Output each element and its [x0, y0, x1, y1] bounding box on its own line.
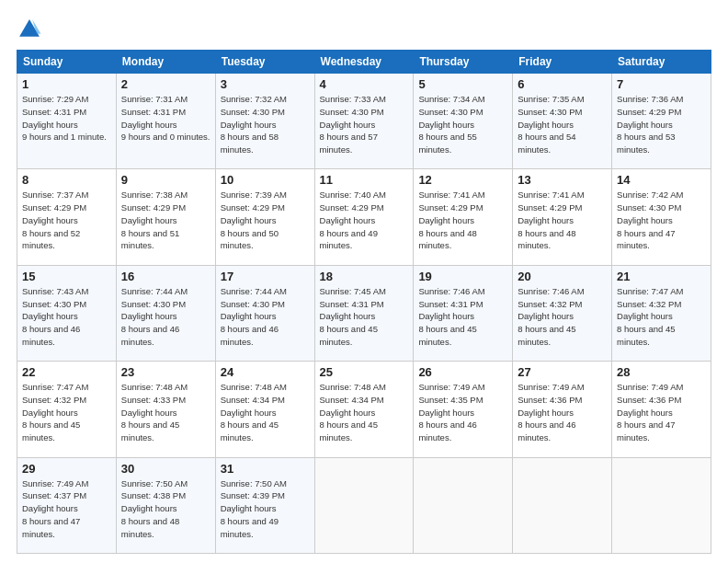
- day-cell-5: 5 Sunrise: 7:34 AM Sunset: 4:30 PM Dayli…: [414, 74, 513, 169]
- day-info: Sunrise: 7:45 AM Sunset: 4:31 PM Dayligh…: [320, 285, 409, 349]
- day-number: 20: [518, 270, 607, 283]
- day-info: Sunrise: 7:38 AM Sunset: 4:29 PM Dayligh…: [121, 189, 210, 252]
- day-info: Sunrise: 7:49 AM Sunset: 4:37 PM Dayligh…: [22, 477, 111, 541]
- week-row-4: 22 Sunrise: 7:47 AM Sunset: 4:32 PM Dayl…: [17, 362, 711, 457]
- day-info: Sunrise: 7:46 AM Sunset: 4:32 PM Dayligh…: [518, 285, 607, 349]
- day-cell-4: 4 Sunrise: 7:33 AM Sunset: 4:30 PM Dayli…: [314, 74, 414, 169]
- day-cell-22: 22 Sunrise: 7:47 AM Sunset: 4:32 PM Dayl…: [17, 362, 117, 457]
- empty-cell: [513, 457, 612, 553]
- day-number: 4: [320, 77, 409, 91]
- page: Sunday Monday Tuesday Wednesday Thursday…: [0, 0, 728, 563]
- day-cell-19: 19 Sunrise: 7:46 AM Sunset: 4:31 PM Dayl…: [414, 265, 513, 361]
- week-row-2: 8 Sunrise: 7:37 AM Sunset: 4:29 PM Dayli…: [17, 169, 711, 265]
- day-info: Sunrise: 7:32 AM Sunset: 4:30 PM Dayligh…: [221, 93, 310, 156]
- day-info: Sunrise: 7:48 AM Sunset: 4:34 PM Dayligh…: [320, 381, 409, 444]
- day-number: 16: [121, 270, 210, 283]
- day-cell-8: 8 Sunrise: 7:37 AM Sunset: 4:29 PM Dayli…: [17, 169, 117, 265]
- day-info: Sunrise: 7:48 AM Sunset: 4:33 PM Dayligh…: [121, 381, 210, 444]
- empty-cell: [314, 457, 414, 553]
- day-number: 14: [617, 173, 706, 187]
- day-cell-23: 23 Sunrise: 7:48 AM Sunset: 4:33 PM Dayl…: [116, 362, 215, 457]
- day-cell-13: 13 Sunrise: 7:41 AM Sunset: 4:29 PM Dayl…: [513, 169, 612, 265]
- day-number: 25: [320, 365, 409, 379]
- th-thursday: Thursday: [414, 51, 513, 74]
- day-cell-25: 25 Sunrise: 7:48 AM Sunset: 4:34 PM Dayl…: [314, 362, 414, 457]
- day-info: Sunrise: 7:34 AM Sunset: 4:30 PM Dayligh…: [418, 93, 507, 156]
- day-number: 26: [418, 365, 507, 379]
- day-info: Sunrise: 7:49 AM Sunset: 4:36 PM Dayligh…: [617, 381, 706, 444]
- empty-cell: [612, 457, 711, 553]
- day-cell-27: 27 Sunrise: 7:49 AM Sunset: 4:36 PM Dayl…: [513, 362, 612, 457]
- th-saturday: Saturday: [612, 51, 711, 74]
- day-number: 27: [518, 365, 607, 379]
- th-tuesday: Tuesday: [215, 51, 314, 74]
- day-info: Sunrise: 7:31 AM Sunset: 4:31 PM Dayligh…: [121, 93, 210, 144]
- day-number: 8: [22, 173, 111, 187]
- day-number: 28: [617, 365, 706, 379]
- day-info: Sunrise: 7:40 AM Sunset: 4:29 PM Dayligh…: [320, 189, 409, 252]
- week-row-3: 15 Sunrise: 7:43 AM Sunset: 4:30 PM Dayl…: [17, 265, 711, 361]
- day-info: Sunrise: 7:42 AM Sunset: 4:30 PM Dayligh…: [617, 189, 706, 252]
- day-cell-1: 1 Sunrise: 7:29 AM Sunset: 4:31 PM Dayli…: [17, 74, 117, 169]
- day-info: Sunrise: 7:47 AM Sunset: 4:32 PM Dayligh…: [22, 381, 111, 444]
- day-number: 12: [418, 173, 507, 187]
- day-cell-18: 18 Sunrise: 7:45 AM Sunset: 4:31 PM Dayl…: [314, 265, 414, 361]
- day-number: 13: [518, 173, 607, 187]
- day-cell-21: 21 Sunrise: 7:47 AM Sunset: 4:32 PM Dayl…: [612, 265, 711, 361]
- week-row-5: 29 Sunrise: 7:49 AM Sunset: 4:37 PM Dayl…: [17, 457, 711, 553]
- day-cell-29: 29 Sunrise: 7:49 AM Sunset: 4:37 PM Dayl…: [17, 457, 117, 553]
- day-cell-7: 7 Sunrise: 7:36 AM Sunset: 4:29 PM Dayli…: [612, 74, 711, 169]
- day-number: 10: [221, 173, 310, 187]
- day-info: Sunrise: 7:49 AM Sunset: 4:35 PM Dayligh…: [418, 381, 507, 444]
- day-info: Sunrise: 7:41 AM Sunset: 4:29 PM Dayligh…: [418, 189, 507, 252]
- day-info: Sunrise: 7:35 AM Sunset: 4:30 PM Dayligh…: [518, 93, 607, 156]
- day-number: 17: [221, 270, 310, 283]
- th-monday: Monday: [116, 51, 215, 74]
- day-number: 30: [121, 462, 210, 476]
- day-info: Sunrise: 7:33 AM Sunset: 4:30 PM Dayligh…: [320, 93, 409, 156]
- day-info: Sunrise: 7:43 AM Sunset: 4:30 PM Dayligh…: [22, 285, 111, 349]
- day-number: 23: [121, 365, 210, 379]
- day-cell-26: 26 Sunrise: 7:49 AM Sunset: 4:35 PM Dayl…: [414, 362, 513, 457]
- day-info: Sunrise: 7:29 AM Sunset: 4:31 PM Dayligh…: [22, 93, 111, 144]
- day-number: 15: [22, 270, 111, 283]
- day-number: 24: [221, 365, 310, 379]
- day-number: 11: [320, 173, 409, 187]
- header-row: Sunday Monday Tuesday Wednesday Thursday…: [17, 51, 711, 74]
- day-number: 22: [22, 365, 111, 379]
- day-info: Sunrise: 7:44 AM Sunset: 4:30 PM Dayligh…: [121, 285, 210, 349]
- th-sunday: Sunday: [17, 51, 117, 74]
- day-number: 29: [22, 462, 111, 476]
- day-cell-17: 17 Sunrise: 7:44 AM Sunset: 4:30 PM Dayl…: [215, 265, 314, 361]
- th-wednesday: Wednesday: [314, 51, 414, 74]
- day-cell-6: 6 Sunrise: 7:35 AM Sunset: 4:30 PM Dayli…: [513, 74, 612, 169]
- day-number: 7: [617, 77, 706, 91]
- logo: [17, 17, 46, 42]
- day-number: 6: [518, 77, 607, 91]
- day-number: 3: [221, 77, 310, 91]
- day-info: Sunrise: 7:37 AM Sunset: 4:29 PM Dayligh…: [22, 189, 111, 252]
- day-number: 18: [320, 270, 409, 283]
- day-info: Sunrise: 7:41 AM Sunset: 4:29 PM Dayligh…: [518, 189, 607, 252]
- day-info: Sunrise: 7:47 AM Sunset: 4:32 PM Dayligh…: [617, 285, 706, 349]
- day-cell-12: 12 Sunrise: 7:41 AM Sunset: 4:29 PM Dayl…: [414, 169, 513, 265]
- calendar-table: Sunday Monday Tuesday Wednesday Thursday…: [17, 50, 711, 554]
- day-cell-31: 31 Sunrise: 7:50 AM Sunset: 4:39 PM Dayl…: [215, 457, 314, 553]
- day-info: Sunrise: 7:46 AM Sunset: 4:31 PM Dayligh…: [418, 285, 507, 349]
- day-number: 2: [121, 77, 210, 91]
- day-info: Sunrise: 7:49 AM Sunset: 4:36 PM Dayligh…: [518, 381, 607, 444]
- day-cell-3: 3 Sunrise: 7:32 AM Sunset: 4:30 PM Dayli…: [215, 74, 314, 169]
- day-cell-2: 2 Sunrise: 7:31 AM Sunset: 4:31 PM Dayli…: [116, 74, 215, 169]
- empty-cell: [414, 457, 513, 553]
- day-number: 19: [418, 270, 507, 283]
- th-friday: Friday: [513, 51, 612, 74]
- day-cell-10: 10 Sunrise: 7:39 AM Sunset: 4:29 PM Dayl…: [215, 169, 314, 265]
- logo-icon: [17, 17, 42, 42]
- header: [17, 17, 711, 42]
- day-info: Sunrise: 7:36 AM Sunset: 4:29 PM Dayligh…: [617, 93, 706, 156]
- day-cell-24: 24 Sunrise: 7:48 AM Sunset: 4:34 PM Dayl…: [215, 362, 314, 457]
- day-number: 9: [121, 173, 210, 187]
- day-cell-14: 14 Sunrise: 7:42 AM Sunset: 4:30 PM Dayl…: [612, 169, 711, 265]
- day-cell-15: 15 Sunrise: 7:43 AM Sunset: 4:30 PM Dayl…: [17, 265, 117, 361]
- day-number: 21: [617, 270, 706, 283]
